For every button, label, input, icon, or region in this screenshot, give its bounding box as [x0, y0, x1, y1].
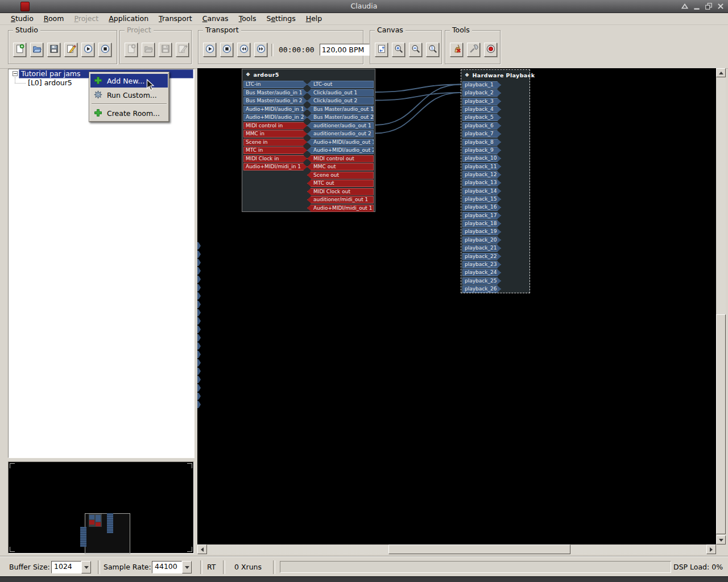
port-playback-3[interactable]: playback_3: [462, 98, 501, 105]
port-click-audio-out-2[interactable]: Click/audio_out 2: [307, 97, 374, 105]
port-audio-midi-audio-in-2[interactable]: Audio+MIDI/audio_in 2: [243, 114, 307, 121]
studio-tree-panel[interactable]: −Tutoriel par jams[L0] ardour5: [8, 69, 195, 458]
node-ardour5[interactable]: ❖ardour5LTC-inBus Master/audio_in 1Bus M…: [242, 69, 375, 212]
port-playback-6[interactable]: playback_6: [462, 122, 501, 130]
port-playback-17[interactable]: playback_17: [462, 212, 501, 219]
connection-wire[interactable]: [375, 93, 461, 134]
horizontal-scrollbar[interactable]: [197, 544, 716, 554]
titlebar[interactable]: Claudia: [0, 0, 728, 13]
port-midi-clock-in[interactable]: MIDI Clock in: [243, 155, 307, 163]
port-scene-out[interactable]: Scene out: [307, 172, 374, 179]
menu-settings[interactable]: Settings: [261, 13, 300, 24]
sample-rate-combo[interactable]: 44100: [152, 561, 192, 573]
chevron-down-icon[interactable]: [81, 561, 91, 573]
port-playback-10[interactable]: playback_10: [462, 155, 501, 162]
port-audio-midi-midi-in-1[interactable]: Audio+MIDI/midi_in 1: [243, 163, 307, 171]
minimize-icon[interactable]: [693, 2, 701, 10]
port-playback-22[interactable]: playback_22: [462, 253, 501, 260]
port-playback-24[interactable]: playback_24: [462, 269, 501, 276]
connection-wire[interactable]: [375, 85, 461, 93]
port-auditioner-midi-out-1[interactable]: auditioner/midi_out 1: [307, 196, 374, 203]
studio-save-button[interactable]: [47, 43, 60, 57]
scroll-up-icon[interactable]: [716, 68, 726, 77]
port-playback-2[interactable]: playback_2: [462, 89, 501, 97]
port-audio-midi-audio-out-1[interactable]: Audio+MIDI/audio_out 1: [307, 139, 374, 146]
scroll-left-icon[interactable]: [197, 544, 207, 554]
menu-studio[interactable]: Studio: [6, 13, 39, 24]
port-click-audio-out-1[interactable]: Click/audio_out 1: [307, 89, 374, 97]
port-auditioner-audio-out-2[interactable]: auditioner/audio_out 2: [307, 130, 374, 138]
node-header[interactable]: ❖Hardware Playback: [461, 70, 530, 81]
tools-clear-xruns-button[interactable]: [450, 43, 463, 57]
restore-icon[interactable]: [705, 2, 713, 10]
studio-open-button[interactable]: [30, 43, 43, 57]
port-midi-control-out[interactable]: MIDI control out: [307, 155, 374, 163]
port-playback-25[interactable]: playback_25: [462, 277, 501, 285]
port-playback-16[interactable]: playback_16: [462, 203, 501, 211]
port-playback-26[interactable]: playback_26: [462, 285, 501, 293]
tools-configure-button[interactable]: [467, 43, 480, 57]
port-bus-master-audio-in-1[interactable]: Bus Master/audio_in 1: [243, 89, 307, 97]
port-mtc-in[interactable]: MTC in: [243, 147, 307, 154]
port-auditioner-audio-out-1[interactable]: auditioner/audio_out 1: [307, 122, 374, 130]
canvas-minimap[interactable]: [8, 462, 194, 554]
port-playback-21[interactable]: playback_21: [462, 244, 501, 252]
port-scene-in[interactable]: Scene in: [243, 139, 307, 146]
port-playback-19[interactable]: playback_19: [462, 228, 501, 235]
port-bus-master-audio-out-2[interactable]: Bus Master/audio_out 2: [307, 114, 374, 121]
horizontal-scroll-thumb[interactable]: [388, 544, 570, 554]
port-playback-5[interactable]: playback_5: [462, 114, 501, 121]
menu-room[interactable]: Room: [39, 13, 69, 24]
transport-play-button[interactable]: [203, 43, 216, 57]
port-playback-7[interactable]: playback_7: [462, 130, 501, 138]
port-audio-midi-audio-out-2[interactable]: Audio+MIDI/audio_out 2: [307, 147, 374, 154]
port-bus-master-audio-in-2[interactable]: Bus Master/audio_in 2: [243, 97, 307, 105]
studio-start-button[interactable]: [81, 43, 94, 57]
buffer-size-combo[interactable]: 1024: [51, 561, 91, 573]
tools-record-button[interactable]: [484, 43, 497, 57]
port-playback-1[interactable]: playback_1: [462, 81, 501, 89]
port-playback-13[interactable]: playback_13: [462, 179, 501, 186]
port-playback-20[interactable]: playback_20: [462, 236, 501, 244]
transport-forwards-button[interactable]: [254, 43, 267, 57]
port-ltc-in[interactable]: LTC-in: [243, 81, 307, 88]
port-mmc-in[interactable]: MMC in: [243, 130, 307, 138]
context-menu-run-custom[interactable]: Run Custom...: [90, 88, 168, 102]
port-ltc-out[interactable]: LTC-out: [307, 81, 374, 88]
canvas-zoom-100-button[interactable]: 1: [426, 43, 439, 57]
port-playback-18[interactable]: playback_18: [462, 220, 501, 227]
transport-stop-button[interactable]: [220, 43, 233, 57]
port-playback-23[interactable]: playback_23: [462, 261, 501, 268]
port-playback-12[interactable]: playback_12: [462, 171, 501, 178]
menu-canvas[interactable]: Canvas: [197, 13, 234, 24]
bpm-input[interactable]: [320, 44, 370, 56]
studio-new-button[interactable]: [13, 43, 26, 57]
canvas-zoom-out-button[interactable]: [409, 43, 422, 57]
port-mmc-out[interactable]: MMC out: [307, 163, 374, 171]
studio-stop-button[interactable]: [98, 43, 111, 57]
studio-rename-button[interactable]: [64, 43, 77, 57]
connection-wire[interactable]: [375, 85, 461, 126]
canvas-zoom-in-button[interactable]: [392, 43, 405, 57]
port-mtc-out[interactable]: MTC out: [307, 180, 374, 187]
port-audio-midi-midi-out-1[interactable]: Audio+MIDI/midi_out 1: [307, 205, 374, 212]
port-playback-8[interactable]: playback_8: [462, 139, 501, 146]
menu-application[interactable]: Application: [104, 13, 154, 24]
canvas-arrange-button[interactable]: [375, 43, 388, 57]
port-midi-clock-out[interactable]: MIDI Clock out: [307, 188, 374, 196]
context-menu-add-new[interactable]: Add New...: [90, 74, 168, 88]
shade-icon[interactable]: [681, 2, 689, 10]
port-playback-14[interactable]: playback_14: [462, 188, 501, 195]
close-icon[interactable]: [717, 2, 725, 10]
scroll-down-icon[interactable]: [716, 535, 726, 544]
port-bus-master-audio-out-1[interactable]: Bus Master/audio_out 1: [307, 106, 374, 113]
transport-backwards-button[interactable]: [237, 43, 250, 57]
menu-help[interactable]: Help: [301, 13, 328, 24]
node-hardware-playback[interactable]: ❖Hardware Playbackplayback_1playback_2pl…: [461, 69, 530, 293]
port-playback-11[interactable]: playback_11: [462, 163, 501, 171]
port-playback-15[interactable]: playback_15: [462, 196, 501, 203]
port-playback-9[interactable]: playback_9: [462, 147, 501, 154]
menu-tools[interactable]: Tools: [234, 13, 262, 24]
port-midi-control-in[interactable]: MIDI control in: [243, 122, 307, 130]
node-header[interactable]: ❖ardour5: [242, 69, 375, 80]
